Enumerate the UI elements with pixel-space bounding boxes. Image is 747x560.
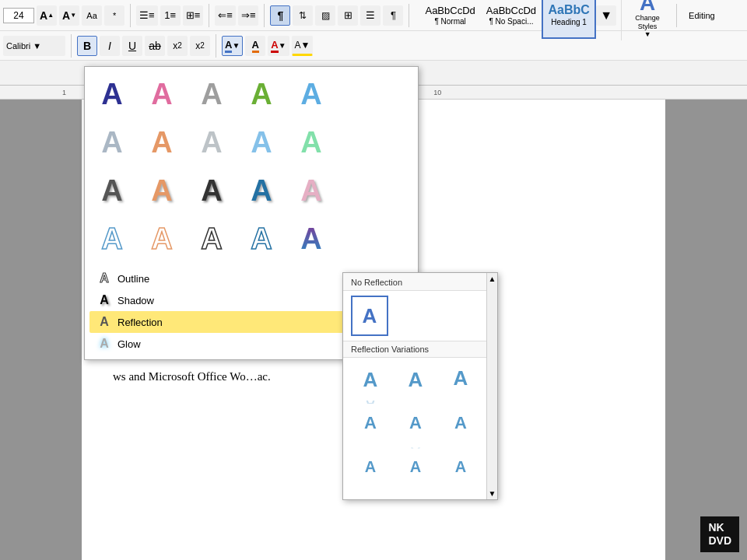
- scroll-down-arrow[interactable]: ▼: [489, 489, 496, 498]
- ruler-1: 1: [62, 89, 66, 96]
- effect-cell-5[interactable]: A: [289, 72, 334, 117]
- multilevel-btn[interactable]: ⊞≡: [183, 5, 204, 26]
- align-left-btn[interactable]: ☰: [360, 5, 381, 26]
- subscript-btn[interactable]: x2: [167, 36, 188, 56]
- effect-cell-11[interactable]: A: [89, 168, 135, 213]
- effect-cell-12[interactable]: A: [139, 168, 184, 213]
- outline-label: Outline: [117, 273, 149, 285]
- ref-cell-5[interactable]: A A: [395, 408, 437, 450]
- underline-btn[interactable]: U: [122, 36, 142, 56]
- ref-svg-8: A A: [398, 455, 433, 494]
- effect-cell-6[interactable]: A: [89, 120, 135, 165]
- ref-svg-3: A A: [444, 365, 478, 404]
- change-styles-button[interactable]: A Change Styles ▼: [624, 0, 671, 41]
- ref-cell-4[interactable]: A A: [349, 408, 391, 450]
- borders-btn[interactable]: ⊞: [338, 5, 358, 26]
- change-case-btn[interactable]: Aa: [82, 5, 102, 26]
- effect-letter-2: A: [151, 79, 172, 109]
- editing-label: Editing: [689, 11, 715, 20]
- effect-letter-11: A: [101, 176, 122, 205]
- effect-letter-1: A: [101, 79, 122, 109]
- effect-cell-9[interactable]: A: [239, 120, 284, 165]
- shadow-icon: A: [97, 293, 111, 307]
- svg-text:A: A: [411, 444, 421, 449]
- style-normal[interactable]: AaBbCcDd ¶ Normal: [419, 0, 480, 39]
- effect-cell-17[interactable]: A: [139, 216, 184, 261]
- effect-cell-16[interactable]: A: [89, 216, 135, 261]
- effect-letter-16: A: [101, 224, 122, 254]
- decrease-indent-btn[interactable]: ⇐≡: [215, 5, 236, 26]
- superscript-btn[interactable]: x2: [190, 36, 210, 56]
- ref-cell-7[interactable]: A A: [349, 453, 391, 495]
- ref-cell-6[interactable]: A A: [440, 408, 482, 450]
- effect-cell-14[interactable]: A: [239, 168, 284, 213]
- effect-cell-15[interactable]: A: [289, 168, 334, 213]
- effect-cell-8[interactable]: A: [189, 120, 234, 165]
- effect-letter-3: A: [201, 79, 222, 109]
- style-heading1-label: Heading 1: [551, 18, 587, 26]
- style-nospacing-sample: AaBbCcDd: [486, 5, 536, 16]
- reflection-scrollbar[interactable]: ▲ ▼: [486, 273, 497, 499]
- text-effects-btn[interactable]: A▼: [292, 36, 314, 56]
- effect-cell-18[interactable]: A: [189, 216, 234, 261]
- ref-cell-9[interactable]: A A: [440, 453, 482, 495]
- effect-cell-19[interactable]: A: [239, 216, 284, 261]
- numbering-btn[interactable]: 1≡: [160, 5, 181, 26]
- shadow-label: Shadow: [117, 295, 154, 306]
- ref-cell-2[interactable]: A A: [395, 362, 437, 404]
- effects-grid: A A A A A A A A A A A: [89, 72, 413, 261]
- styles-group: AaBbCcDd ¶ Normal AaBbCcDd ¶ No Spaci...…: [415, 0, 622, 40]
- effect-letter-6: A: [101, 128, 122, 157]
- font-name-btn[interactable]: Calibri ▼: [3, 36, 65, 56]
- ref-cell-8[interactable]: A A: [395, 453, 437, 495]
- effect-cell-4[interactable]: A: [239, 72, 284, 117]
- no-reflection-letter: A: [363, 304, 377, 328]
- effect-cell-3[interactable]: A: [189, 72, 234, 117]
- ref-svg-9: A A: [444, 455, 478, 494]
- scroll-up-arrow[interactable]: ▲: [489, 275, 496, 283]
- text-color-btn-a[interactable]: A: [245, 36, 265, 56]
- effect-letter-8: A: [201, 128, 222, 157]
- outline-icon: A: [97, 271, 111, 285]
- effect-letter-18: A: [201, 224, 222, 254]
- effect-cell-20[interactable]: A: [289, 216, 334, 261]
- bullets-btn[interactable]: ☰≡: [136, 5, 158, 26]
- shrink-font-btn[interactable]: A▼: [59, 5, 79, 26]
- effect-cell-2[interactable]: A: [139, 72, 184, 117]
- clear-format-btn[interactable]: *: [104, 5, 124, 26]
- effect-cell-1[interactable]: A: [89, 72, 135, 117]
- italic-btn[interactable]: I: [100, 36, 120, 56]
- text-highlight-btn[interactable]: A ▼: [222, 36, 243, 56]
- svg-text:A: A: [363, 368, 378, 391]
- sort-btn[interactable]: ⇅: [293, 5, 313, 26]
- effect-cell-10[interactable]: A: [289, 120, 334, 165]
- svg-text:A: A: [455, 401, 466, 404]
- strikethrough-btn[interactable]: ab: [145, 36, 165, 56]
- show-hide-btn[interactable]: ¶: [270, 5, 290, 26]
- pilcrow-btn[interactable]: ¶: [383, 5, 403, 26]
- font-size-input[interactable]: [3, 8, 34, 23]
- sep3: [264, 4, 265, 27]
- style-heading1[interactable]: AaBbC Heading 1: [542, 0, 596, 39]
- effect-cell-7[interactable]: A: [139, 120, 184, 165]
- no-reflection-box[interactable]: A: [351, 296, 388, 336]
- bold-btn[interactable]: B: [77, 36, 97, 56]
- effect-letter-9: A: [251, 128, 272, 157]
- sep1: [130, 4, 131, 27]
- style-heading1-sample: AaBbC: [548, 4, 589, 16]
- shading-btn[interactable]: ▨: [315, 5, 335, 26]
- style-normal-sample: AaBbCcDd: [425, 5, 475, 16]
- effect-letter-15: A: [300, 176, 321, 205]
- grow-font-btn[interactable]: A▲: [37, 5, 57, 26]
- ref-cell-1[interactable]: A A: [349, 362, 391, 404]
- increase-indent-btn[interactable]: ⇒≡: [238, 5, 259, 26]
- effect-letter-10: A: [300, 128, 321, 157]
- effect-cell-13[interactable]: A: [189, 168, 234, 213]
- effect-letter-13: A: [201, 176, 222, 205]
- ref-cell-3[interactable]: A A: [440, 362, 482, 404]
- effect-letter-17: A: [151, 224, 172, 254]
- styles-expand-btn[interactable]: ▼: [596, 5, 616, 26]
- style-no-spacing[interactable]: AaBbCcDd ¶ No Spaci...: [481, 0, 542, 39]
- ref-svg-6: A A: [444, 410, 478, 449]
- font-color-btn[interactable]: A ▼: [268, 36, 289, 56]
